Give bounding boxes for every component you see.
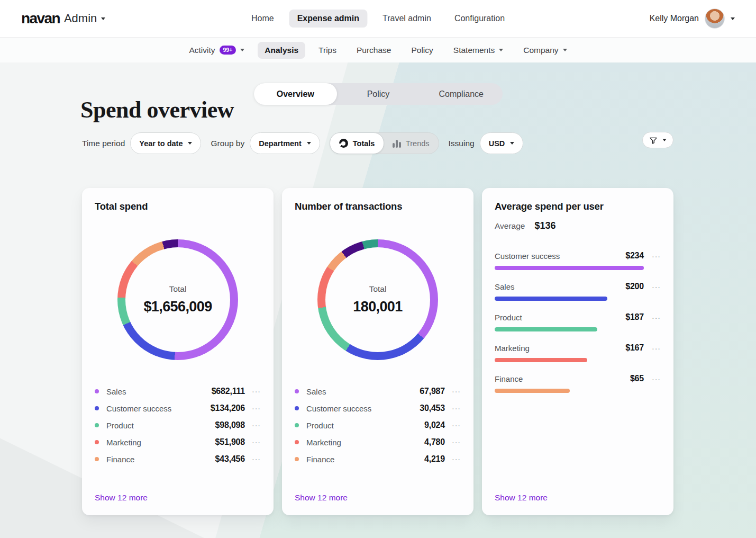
legend-row: Marketing4,780··· bbox=[295, 434, 461, 451]
legend-row: Marketing$51,908··· bbox=[95, 434, 261, 451]
legend-dot bbox=[95, 406, 99, 410]
legend-value: $682,111 bbox=[212, 387, 245, 396]
subnav-activity[interactable]: Activity99+ bbox=[182, 42, 251, 59]
legend-value: 4,780 bbox=[424, 437, 445, 447]
more-options-button[interactable]: ··· bbox=[449, 438, 461, 446]
bar-value: $65 bbox=[630, 374, 644, 383]
tab-compliance[interactable]: Compliance bbox=[420, 83, 503, 105]
chevron-down-icon bbox=[240, 49, 244, 51]
tab-overview[interactable]: Overview bbox=[254, 83, 337, 105]
user-menu[interactable]: Kelly Morgan bbox=[650, 8, 735, 29]
legend-dot bbox=[95, 440, 99, 444]
legend-row: Finance$43,456··· bbox=[95, 451, 261, 468]
legend-row: Customer success$134,206··· bbox=[95, 400, 261, 417]
average-spend-per-user-card: Average spend per userAverage$136Custome… bbox=[482, 188, 673, 515]
toggle-totals[interactable]: Totals bbox=[330, 132, 385, 154]
bar-fill bbox=[495, 389, 570, 393]
currency-select[interactable]: USD bbox=[480, 132, 524, 154]
subnav-statements[interactable]: Statements bbox=[447, 42, 510, 59]
subnav-analysis[interactable]: Analysis bbox=[258, 42, 305, 59]
bar-label: Sales bbox=[495, 282, 515, 291]
legend-value: 67,987 bbox=[420, 387, 445, 396]
more-options-button[interactable]: ··· bbox=[649, 314, 661, 321]
legend-value: 30,453 bbox=[420, 403, 445, 413]
donut-center: Total$1,656,009 bbox=[125, 247, 230, 352]
bar-chart-icon bbox=[393, 139, 401, 148]
average-label: Average bbox=[495, 221, 525, 231]
subnav-trips[interactable]: Trips bbox=[312, 42, 343, 59]
bar-value: $200 bbox=[625, 282, 644, 291]
subnav-company[interactable]: Company bbox=[516, 42, 573, 59]
legend-label: Finance bbox=[106, 455, 215, 464]
bar-value: $187 bbox=[625, 312, 644, 322]
show-more-link[interactable]: Show 12 more bbox=[295, 493, 461, 503]
chevron-down-icon bbox=[510, 142, 514, 145]
chevron-down-icon bbox=[563, 49, 567, 51]
nav-expense-admin[interactable]: Expense admin bbox=[289, 10, 367, 28]
chevron-down-icon bbox=[101, 17, 105, 20]
secondary-nav: Activity99+AnalysisTripsPurchasePolicySt… bbox=[0, 38, 756, 62]
navan-logo[interactable]: navan Admin bbox=[21, 10, 105, 27]
donut-center-label: Total bbox=[369, 284, 387, 294]
show-more-link[interactable]: Show 12 more bbox=[95, 493, 261, 503]
more-options-button[interactable]: ··· bbox=[649, 283, 661, 291]
legend-dot bbox=[95, 389, 99, 393]
subnav-label: Statements bbox=[453, 46, 495, 55]
group-by-select[interactable]: Department bbox=[250, 132, 320, 154]
subnav-purchase[interactable]: Purchase bbox=[350, 42, 398, 59]
more-options-button[interactable]: ··· bbox=[249, 438, 261, 446]
metric-cards: Total spendTotal$1,656,009Sales$682,111·… bbox=[82, 188, 673, 515]
filter-button[interactable] bbox=[642, 132, 673, 148]
subnav-label: Analysis bbox=[265, 46, 298, 55]
more-options-button[interactable]: ··· bbox=[249, 388, 261, 395]
legend-label: Customer success bbox=[106, 404, 211, 413]
bar-label: Product bbox=[495, 313, 522, 322]
chevron-down-icon bbox=[307, 142, 311, 145]
bar-row-head: Product$187 bbox=[495, 312, 644, 322]
more-options-button[interactable]: ··· bbox=[449, 405, 461, 412]
top-navigation: navan Admin HomeExpense adminTravel admi… bbox=[0, 0, 756, 38]
bar-row-head: Customer success$234 bbox=[495, 251, 644, 261]
time-period-value: Year to date bbox=[139, 139, 183, 148]
show-more-link[interactable]: Show 12 more bbox=[495, 493, 661, 503]
more-options-button[interactable]: ··· bbox=[249, 422, 261, 429]
more-options-button[interactable]: ··· bbox=[249, 405, 261, 412]
subnav-label: Trips bbox=[318, 46, 336, 55]
more-options-button[interactable]: ··· bbox=[449, 422, 461, 429]
user-name: Kelly Morgan bbox=[650, 14, 699, 23]
more-options-button[interactable]: ··· bbox=[249, 455, 261, 463]
more-options-button[interactable]: ··· bbox=[649, 253, 661, 260]
bar-fill bbox=[495, 358, 587, 362]
legend-row: Product9,024··· bbox=[295, 417, 461, 434]
nav-travel-admin[interactable]: Travel admin bbox=[375, 10, 439, 28]
donut-chart-icon bbox=[339, 139, 348, 148]
chevron-down-icon bbox=[188, 142, 192, 145]
chevron-down-icon bbox=[731, 17, 735, 20]
legend-label: Finance bbox=[306, 455, 424, 464]
legend-row: Finance4,219··· bbox=[295, 451, 461, 468]
nav-home[interactable]: Home bbox=[243, 10, 282, 28]
legend-dot bbox=[295, 457, 299, 461]
bar-row: Customer success$234··· bbox=[495, 251, 661, 270]
group-by-label: Group by bbox=[211, 139, 244, 148]
legend-dot bbox=[295, 423, 299, 427]
legend-dot bbox=[295, 440, 299, 444]
subnav-policy[interactable]: Policy bbox=[404, 42, 440, 59]
more-options-button[interactable]: ··· bbox=[449, 455, 461, 463]
tab-policy[interactable]: Policy bbox=[337, 83, 420, 105]
time-period-select[interactable]: Year to date bbox=[130, 132, 201, 154]
more-options-button[interactable]: ··· bbox=[449, 388, 461, 395]
filter-icon bbox=[649, 136, 658, 145]
legend-value: 4,219 bbox=[424, 454, 445, 464]
view-tabs: OverviewPolicyCompliance bbox=[254, 83, 503, 105]
page-title: Spend overview bbox=[80, 96, 234, 123]
more-options-button[interactable]: ··· bbox=[649, 345, 661, 352]
donut-center: Total180,001 bbox=[325, 247, 430, 352]
more-options-button[interactable]: ··· bbox=[649, 375, 661, 383]
card-title: Number of transactions bbox=[295, 201, 461, 212]
bar-fill bbox=[495, 266, 644, 270]
toggle-trends[interactable]: Trends bbox=[384, 133, 438, 154]
bar-list: Customer success$234···Sales$200···Produ… bbox=[495, 251, 661, 393]
nav-configuration[interactable]: Configuration bbox=[447, 10, 513, 28]
legend-value: $98,098 bbox=[215, 420, 245, 430]
